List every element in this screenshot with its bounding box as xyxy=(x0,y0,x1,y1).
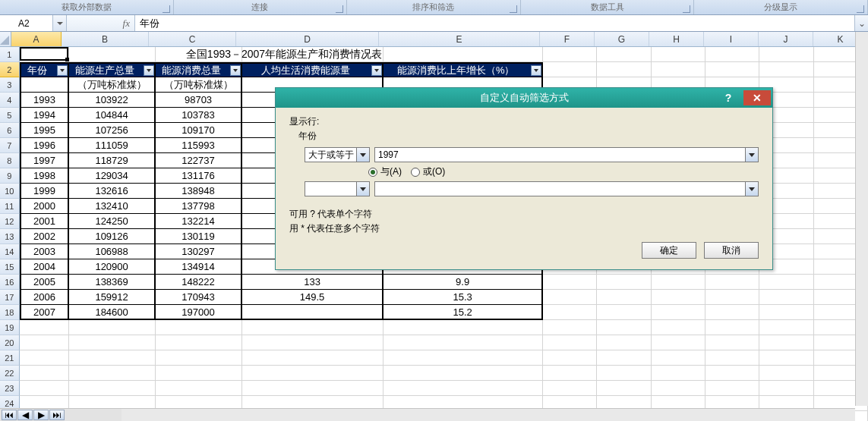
cell[interactable] xyxy=(652,305,705,320)
table-cell[interactable]: 170943 xyxy=(156,290,242,305)
cell[interactable] xyxy=(759,335,813,350)
col-header-B[interactable]: B xyxy=(62,32,149,46)
cell[interactable] xyxy=(597,305,651,320)
row-header-19[interactable]: 19 xyxy=(0,320,20,335)
col-header-E[interactable]: E xyxy=(379,32,540,46)
table-cell[interactable]: 15.3 xyxy=(383,290,543,305)
chevron-down-icon[interactable] xyxy=(745,182,758,196)
row-header-9[interactable]: 9 xyxy=(0,168,20,184)
cell[interactable] xyxy=(652,62,705,77)
row-header-11[interactable]: 11 xyxy=(0,199,20,214)
cell[interactable] xyxy=(156,335,242,350)
cell[interactable] xyxy=(242,366,383,381)
table-subheader[interactable]: （万吨标准煤） xyxy=(69,77,156,93)
filter-dropdown-icon[interactable] xyxy=(144,65,154,76)
cell[interactable] xyxy=(383,335,543,350)
filter-dropdown-icon[interactable] xyxy=(531,65,541,76)
radio-or[interactable]: 或(O) xyxy=(411,165,445,178)
cell[interactable] xyxy=(543,335,597,350)
cell[interactable] xyxy=(652,350,705,366)
ribbon-group-connections[interactable]: 连接 xyxy=(174,0,348,14)
row-header-2[interactable]: 2 xyxy=(0,62,20,77)
ribbon-group-data-tools[interactable]: 数据工具 xyxy=(521,0,695,14)
table-cell[interactable]: 115993 xyxy=(156,138,242,153)
cell[interactable] xyxy=(242,320,383,335)
cell[interactable] xyxy=(597,350,651,366)
vertical-scrollbar[interactable] xyxy=(855,32,868,406)
cell[interactable] xyxy=(705,350,759,366)
cell[interactable] xyxy=(597,381,651,396)
table-cell[interactable]: 2003 xyxy=(20,244,69,259)
table-cell[interactable]: 1993 xyxy=(20,93,69,108)
table-cell[interactable]: 131176 xyxy=(156,168,242,184)
table-cell[interactable]: 122737 xyxy=(156,153,242,168)
table-cell[interactable]: 2004 xyxy=(20,259,69,275)
cell[interactable] xyxy=(20,381,69,396)
table-cell[interactable]: 104844 xyxy=(69,108,156,123)
cell[interactable] xyxy=(242,335,383,350)
select-all-corner[interactable] xyxy=(0,32,11,46)
table-cell[interactable]: 109170 xyxy=(156,123,242,138)
table-subheader[interactable] xyxy=(20,77,69,93)
cell[interactable] xyxy=(759,62,813,77)
table-cell[interactable]: 184600 xyxy=(69,305,156,320)
horizontal-scrollbar[interactable] xyxy=(0,408,855,421)
col-header-I[interactable]: I xyxy=(704,32,759,46)
table-cell[interactable]: 129034 xyxy=(69,168,156,184)
cell[interactable] xyxy=(156,320,242,335)
name-box-dropdown-icon[interactable] xyxy=(52,15,66,31)
cell[interactable] xyxy=(597,335,651,350)
ribbon-group-external-data[interactable]: 获取外部数据 xyxy=(0,0,174,14)
cell[interactable] xyxy=(652,366,705,381)
row-header-14[interactable]: 14 xyxy=(0,244,20,259)
criteria1-operator-combo[interactable]: 大于或等于 xyxy=(305,147,370,162)
cell[interactable] xyxy=(156,381,242,396)
cell[interactable] xyxy=(759,350,813,366)
cell[interactable] xyxy=(20,320,69,335)
table-cell[interactable]: 132214 xyxy=(156,214,242,229)
cell[interactable] xyxy=(652,290,705,305)
cell[interactable] xyxy=(705,335,759,350)
tab-next-icon[interactable]: ▶ xyxy=(33,410,49,420)
cell[interactable] xyxy=(759,366,813,381)
table-cell[interactable]: 1999 xyxy=(20,184,69,199)
cell[interactable] xyxy=(156,350,242,366)
table-cell[interactable]: 149.5 xyxy=(242,290,383,305)
criteria2-value-combo[interactable] xyxy=(374,181,759,196)
fx-label[interactable]: fx xyxy=(67,15,135,31)
row-header-15[interactable]: 15 xyxy=(0,259,20,275)
tab-prev-icon[interactable]: ◀ xyxy=(17,410,33,420)
table-header-0[interactable]: 年份 xyxy=(20,62,69,77)
table-cell[interactable]: 1995 xyxy=(20,123,69,138)
row-header-4[interactable]: 4 xyxy=(0,93,20,108)
cell[interactable] xyxy=(543,366,597,381)
row-header-18[interactable]: 18 xyxy=(0,305,20,320)
cell[interactable] xyxy=(69,381,156,396)
cell[interactable] xyxy=(543,62,597,77)
cell[interactable] xyxy=(759,305,813,320)
table-cell[interactable]: 133 xyxy=(242,275,383,290)
cell[interactable] xyxy=(69,320,156,335)
dialog-close-button[interactable]: ✕ xyxy=(743,90,771,105)
cell[interactable] xyxy=(705,62,759,77)
filter-dropdown-icon[interactable] xyxy=(371,65,382,76)
table-cell[interactable]: 1997 xyxy=(20,153,69,168)
cell[interactable] xyxy=(20,350,69,366)
table-cell[interactable]: 1994 xyxy=(20,108,69,123)
criteria1-value-combo[interactable]: 1997 xyxy=(374,147,759,162)
table-cell[interactable]: 107256 xyxy=(69,123,156,138)
cell[interactable] xyxy=(69,350,156,366)
table-cell[interactable]: 1996 xyxy=(20,138,69,153)
row-header-12[interactable]: 12 xyxy=(0,214,20,229)
criteria2-operator-combo[interactable] xyxy=(305,181,370,196)
cell[interactable] xyxy=(543,275,597,290)
chevron-down-icon[interactable] xyxy=(356,182,369,196)
cell[interactable] xyxy=(705,305,759,320)
cell[interactable] xyxy=(652,381,705,396)
row-header-5[interactable]: 5 xyxy=(0,108,20,123)
cell[interactable] xyxy=(759,381,813,396)
cell[interactable] xyxy=(383,366,543,381)
table-cell[interactable]: 15.2 xyxy=(383,305,543,320)
col-header-D[interactable]: D xyxy=(236,32,379,46)
row-header-10[interactable]: 10 xyxy=(0,184,20,199)
